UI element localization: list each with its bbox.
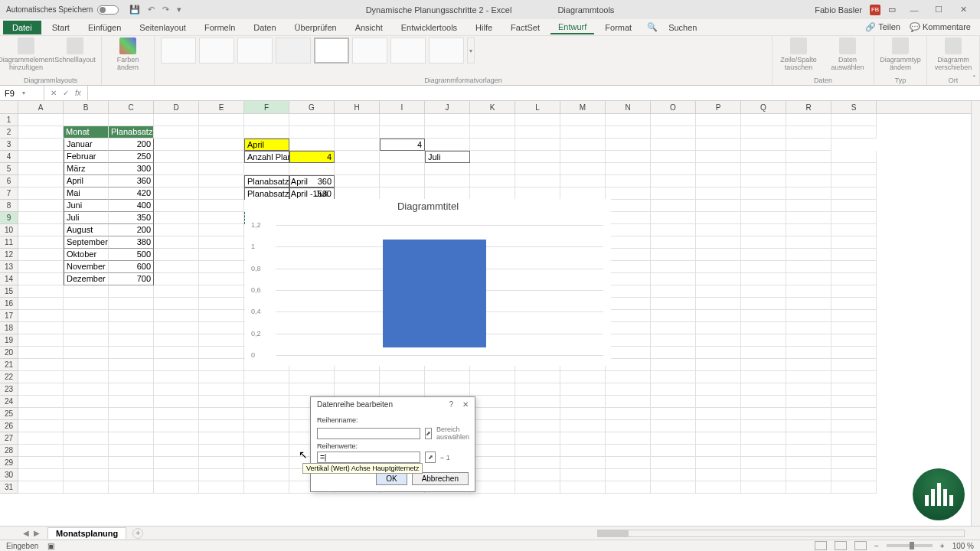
add-chart-element-button[interactable]: Diagrammelement hinzufügen bbox=[6, 37, 46, 71]
cell[interactable] bbox=[696, 273, 741, 285]
series-name-input[interactable] bbox=[317, 428, 420, 439]
ribbon-tab-factset[interactable]: FactSet bbox=[503, 21, 547, 34]
cell[interactable] bbox=[606, 396, 651, 408]
cell[interactable] bbox=[244, 445, 289, 457]
cell[interactable] bbox=[786, 224, 831, 236]
cell[interactable] bbox=[18, 457, 64, 469]
cell[interactable] bbox=[606, 432, 651, 445]
cell[interactable] bbox=[831, 469, 877, 481]
cell[interactable] bbox=[109, 298, 154, 310]
cell[interactable]: 360 bbox=[109, 175, 154, 187]
cell[interactable] bbox=[470, 432, 515, 445]
cell[interactable]: April bbox=[64, 175, 109, 187]
cell[interactable] bbox=[18, 310, 64, 322]
column-header[interactable]: E bbox=[199, 101, 244, 113]
cell[interactable] bbox=[244, 481, 289, 494]
row-header[interactable]: 31 bbox=[0, 481, 18, 494]
cell[interactable] bbox=[741, 285, 786, 298]
column-header[interactable]: P bbox=[696, 101, 741, 113]
ribbon-tab-start[interactable]: Start bbox=[44, 21, 77, 34]
cell[interactable] bbox=[64, 322, 109, 334]
chart-plot-area[interactable]: 00,20,40,60,811,2 bbox=[276, 214, 603, 359]
cell[interactable] bbox=[560, 163, 606, 175]
cell[interactable] bbox=[786, 420, 831, 432]
cell[interactable] bbox=[154, 249, 199, 261]
cell[interactable] bbox=[831, 298, 877, 310]
cell[interactable] bbox=[380, 371, 425, 383]
ribbon-tab-ansicht[interactable]: Ansicht bbox=[348, 21, 390, 34]
quick-layout-button[interactable]: Schnelllayout bbox=[55, 37, 95, 64]
cell[interactable]: Januar bbox=[64, 139, 109, 151]
column-header[interactable]: Q bbox=[741, 101, 786, 113]
cell[interactable] bbox=[560, 383, 606, 396]
cell[interactable] bbox=[741, 408, 786, 420]
series-values-input[interactable] bbox=[317, 452, 420, 463]
cell[interactable] bbox=[651, 224, 696, 236]
cell[interactable] bbox=[651, 261, 696, 273]
row-header[interactable]: 13 bbox=[0, 261, 18, 273]
chart-style-5[interactable] bbox=[314, 37, 349, 64]
vertical-scrollbar[interactable] bbox=[971, 101, 980, 526]
cell[interactable]: 500 bbox=[109, 249, 154, 261]
cell[interactable]: Oktober bbox=[64, 249, 109, 261]
cell[interactable] bbox=[154, 114, 199, 126]
cell[interactable] bbox=[741, 139, 786, 151]
ribbon-tab-seitenlayout[interactable]: Seitenlayout bbox=[132, 21, 194, 34]
cell[interactable]: Anzahl Planausschnitt: bbox=[244, 151, 289, 163]
column-header[interactable]: B bbox=[64, 101, 109, 113]
cell[interactable] bbox=[515, 481, 560, 494]
cell[interactable] bbox=[18, 445, 64, 457]
cell[interactable] bbox=[470, 445, 515, 457]
cell[interactable] bbox=[109, 114, 154, 126]
series-values-range-picker[interactable]: ⬈ bbox=[425, 452, 436, 463]
page-break-view-button[interactable] bbox=[854, 541, 867, 550]
cell[interactable] bbox=[786, 151, 831, 163]
cell[interactable] bbox=[515, 371, 560, 383]
cell[interactable] bbox=[470, 469, 515, 481]
cell[interactable] bbox=[651, 175, 696, 187]
cell[interactable] bbox=[831, 249, 877, 261]
cell[interactable] bbox=[199, 322, 244, 334]
cell[interactable]: 300 bbox=[109, 163, 154, 175]
cell[interactable]: 350 bbox=[109, 212, 154, 224]
cell[interactable] bbox=[786, 126, 831, 139]
cell[interactable] bbox=[199, 408, 244, 420]
cell[interactable] bbox=[470, 114, 515, 126]
cell[interactable] bbox=[786, 187, 831, 200]
cell[interactable] bbox=[109, 420, 154, 432]
cell[interactable] bbox=[289, 139, 335, 151]
cell[interactable] bbox=[560, 457, 606, 469]
cell[interactable] bbox=[606, 285, 651, 298]
cell[interactable] bbox=[515, 187, 560, 200]
cell[interactable] bbox=[199, 420, 244, 432]
share-button[interactable]: 🔗 Teilen bbox=[865, 22, 900, 32]
cell[interactable] bbox=[651, 236, 696, 249]
column-header[interactable]: L bbox=[515, 101, 560, 113]
cell[interactable] bbox=[696, 420, 741, 432]
cell[interactable] bbox=[741, 420, 786, 432]
cell[interactable] bbox=[831, 334, 877, 347]
row-header[interactable]: 16 bbox=[0, 298, 18, 310]
user-avatar[interactable]: FB bbox=[870, 5, 880, 15]
row-header[interactable]: 14 bbox=[0, 273, 18, 285]
cell[interactable] bbox=[786, 261, 831, 273]
cell[interactable] bbox=[741, 114, 786, 126]
row-header[interactable]: 1 bbox=[0, 114, 18, 126]
cell[interactable] bbox=[696, 139, 741, 151]
collapse-ribbon-icon[interactable]: ˆ bbox=[973, 75, 975, 83]
column-header[interactable]: J bbox=[425, 101, 470, 113]
cell[interactable] bbox=[109, 408, 154, 420]
cell[interactable] bbox=[18, 396, 64, 408]
cell[interactable] bbox=[64, 408, 109, 420]
cell[interactable]: 700 bbox=[109, 273, 154, 285]
cell[interactable] bbox=[154, 322, 199, 334]
close-button[interactable]: ✕ bbox=[952, 2, 974, 18]
cell[interactable]: Planabsatz April bbox=[244, 175, 289, 187]
cell[interactable] bbox=[199, 212, 244, 224]
row-header[interactable]: 25 bbox=[0, 408, 18, 420]
cell[interactable] bbox=[515, 139, 560, 151]
cell[interactable]: März bbox=[64, 163, 109, 175]
cell[interactable]: 4 bbox=[289, 151, 335, 163]
cell[interactable] bbox=[741, 481, 786, 494]
cell[interactable] bbox=[380, 151, 425, 163]
